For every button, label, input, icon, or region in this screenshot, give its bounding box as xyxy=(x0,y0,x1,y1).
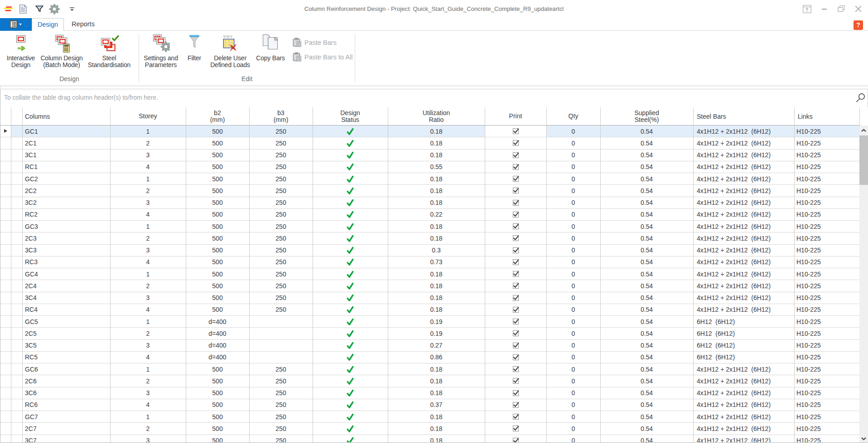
svg-text:NMV: NMV xyxy=(223,34,233,39)
